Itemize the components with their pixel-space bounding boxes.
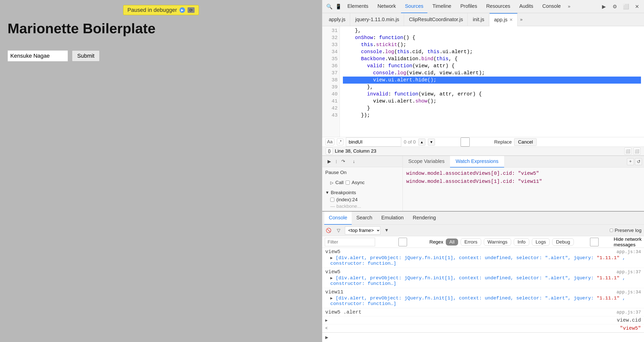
preserve-log-checkbox[interactable] xyxy=(610,229,613,232)
debug-tabs: Scope Variables Watch Expressions + ↺ xyxy=(403,156,644,167)
settings-icon[interactable]: ⚙ xyxy=(611,3,619,11)
resume-debugger-button[interactable]: ▶ xyxy=(325,158,333,165)
regex-filter-label[interactable]: Regex xyxy=(378,238,443,246)
console-entry-6-expand[interactable]: < xyxy=(325,326,328,331)
file-tabs: apply.js jquery-1.11.0.min.js ClipResult… xyxy=(322,13,644,26)
tab-scope-variables[interactable]: Scope Variables xyxy=(403,156,450,167)
file-tab-app[interactable]: app.js ✕ xyxy=(490,13,517,26)
tab-timeline[interactable]: Timeline xyxy=(428,0,455,13)
breakpoint-item[interactable]: (index):24 xyxy=(325,196,399,203)
breakpoint-checkbox[interactable] xyxy=(330,198,334,202)
console-tab-search[interactable]: Search xyxy=(352,212,377,225)
ln-35: 35 xyxy=(324,55,338,62)
search-next-button[interactable]: ▼ xyxy=(428,139,435,146)
console-output[interactable]: view5 app.js:34 ▶ [div.alert, prevObject… xyxy=(322,248,644,342)
search-input[interactable] xyxy=(346,138,401,147)
console-filter-icon[interactable]: ▽ xyxy=(335,227,342,234)
file-tab-app-close[interactable]: ✕ xyxy=(509,17,513,22)
frame-selector[interactable]: <top frame> xyxy=(345,226,380,234)
tab-watch-expressions[interactable]: Watch Expressions xyxy=(450,156,504,167)
format-icon[interactable]: {} xyxy=(326,148,333,155)
debug-controls: ▶ | ↷ ↓ xyxy=(322,156,403,167)
breakpoints-title[interactable]: ▼ Breakpoints xyxy=(325,189,399,196)
console-entry-4-location[interactable]: app.js:37 xyxy=(617,310,641,315)
call-async-item[interactable]: ▷ Call Async xyxy=(325,179,399,186)
console-entry-1-expand[interactable]: ▶ xyxy=(330,256,333,260)
console-tab-emulation[interactable]: Emulation xyxy=(377,212,408,225)
file-tab-init[interactable]: init.js xyxy=(468,13,489,26)
add-watch-button[interactable]: + xyxy=(627,158,634,165)
code-content[interactable]: }, onShow: function() { this.stickit(); … xyxy=(340,26,644,137)
filter-all-button[interactable]: All xyxy=(446,238,458,246)
more-file-tabs-icon[interactable]: » xyxy=(518,16,525,23)
search-bar: Aa .* 0 of 0 ▲ ▼ Replace Cancel xyxy=(322,137,644,147)
line-numbers: 31 32 33 34 35 36 37 38 39 40 41 42 43 xyxy=(322,26,340,137)
async-checkbox[interactable] xyxy=(346,181,350,185)
filter-logs-button[interactable]: Logs xyxy=(532,238,550,246)
dock-icon[interactable]: ⬜ xyxy=(622,3,630,11)
file-tab-jquery[interactable]: jquery-1.11.0.min.js xyxy=(351,13,404,26)
device-icon[interactable]: 📱 xyxy=(334,3,342,11)
console-entry-3-expand[interactable]: ▶ xyxy=(330,296,333,301)
console-tab-rendering[interactable]: Rendering xyxy=(408,212,440,225)
console-entry-1-location[interactable]: app.js:34 xyxy=(617,249,641,254)
status-extra-icon[interactable]: ⬜ xyxy=(624,148,631,155)
status-extra-icon2[interactable]: ⬜ xyxy=(633,148,640,155)
paused-banner-text: Paused in debugger xyxy=(128,7,177,13)
hide-network-checkbox[interactable] xyxy=(576,238,612,246)
tab-console[interactable]: Console xyxy=(538,0,565,13)
step-over-button[interactable]: ⟳ xyxy=(187,7,194,13)
file-tab-apply[interactable]: apply.js xyxy=(324,13,350,26)
console-entry-2: view5 app.js:37 ▶ [div.alert, prevObject… xyxy=(322,268,644,288)
console-entry-4: view5 .alert app.js:37 xyxy=(322,308,644,316)
replace-checkbox[interactable] xyxy=(437,138,493,147)
console-entry-2-content: ▶ [div.alert, prevObject: jQuery.fn.init… xyxy=(325,275,641,287)
search-prev-button[interactable]: ▲ xyxy=(418,139,425,146)
console-filter-input[interactable] xyxy=(325,238,375,246)
step-into-button[interactable]: ↓ xyxy=(350,158,358,165)
tab-audits[interactable]: Audits xyxy=(515,0,537,13)
console-input[interactable] xyxy=(330,334,641,340)
clear-console-button[interactable]: 🚫 xyxy=(325,227,332,234)
code-line-43: }); xyxy=(343,112,641,119)
console-entry-4-header: view5 .alert app.js:37 xyxy=(325,309,641,315)
tab-resources[interactable]: Resources xyxy=(482,0,514,13)
preserve-log-label[interactable]: Preserve log xyxy=(610,228,641,233)
console-entry-3-location[interactable]: app.js:34 xyxy=(617,290,641,295)
filter-warnings-button[interactable]: Warnings xyxy=(484,238,511,246)
filter-debug-button[interactable]: Debug xyxy=(552,238,574,246)
tab-elements[interactable]: Elements xyxy=(343,0,372,13)
file-tab-clipresult[interactable]: ClipResultCoordinator.js xyxy=(405,13,468,26)
hide-network-label[interactable]: Hide network messages xyxy=(576,236,644,248)
case-sensitive-toggle[interactable]: Aa xyxy=(325,139,334,145)
name-input[interactable] xyxy=(8,50,68,61)
replace-checkbox-label[interactable]: Replace xyxy=(437,138,512,147)
filter-info-button[interactable]: Info xyxy=(514,238,529,246)
tab-sources[interactable]: Sources xyxy=(401,0,427,13)
refresh-watch-button[interactable]: ↺ xyxy=(635,158,642,165)
more-tabs-icon[interactable]: » xyxy=(566,3,572,10)
tab-network[interactable]: Network xyxy=(373,0,400,13)
console-tab-console[interactable]: Console xyxy=(324,212,352,225)
step-over-button[interactable]: ↷ xyxy=(339,158,347,165)
tab-profiles[interactable]: Profiles xyxy=(456,0,481,13)
console-entry-2-location[interactable]: app.js:37 xyxy=(617,269,641,275)
close-icon[interactable]: ✕ xyxy=(633,3,641,11)
cancel-search-button[interactable]: Cancel xyxy=(514,138,537,146)
console-tabs: Console Search Emulation Rendering xyxy=(322,212,644,225)
console-entry-5-text: view.cid xyxy=(617,317,641,323)
submit-button[interactable]: Submit xyxy=(72,50,100,61)
regex-filter-checkbox[interactable] xyxy=(378,238,428,246)
regex-toggle[interactable]: .* xyxy=(337,139,343,145)
console-entry-2-expand[interactable]: ▶ xyxy=(330,276,333,281)
resume-button[interactable]: ▶ xyxy=(179,7,185,13)
debug-sidebar: ▶ | ↷ ↓ Pause On ▷ Call Async xyxy=(322,156,403,211)
run-snippets-icon[interactable]: ▶ xyxy=(600,3,608,11)
code-line-37: console.log(view.cid, view.ui.alert); xyxy=(343,70,641,77)
pause-on-title[interactable]: Pause On xyxy=(325,169,399,176)
console-entry-5-expand[interactable]: ▶ xyxy=(325,318,328,323)
filter-errors-button[interactable]: Errors xyxy=(461,238,481,246)
devtools-panel: 🔍 📱 Elements Network Sources Timeline Pr… xyxy=(322,0,644,342)
inspect-icon[interactable]: 🔍 xyxy=(325,3,333,11)
frame-dropdown-icon[interactable]: ▼ xyxy=(383,227,390,234)
